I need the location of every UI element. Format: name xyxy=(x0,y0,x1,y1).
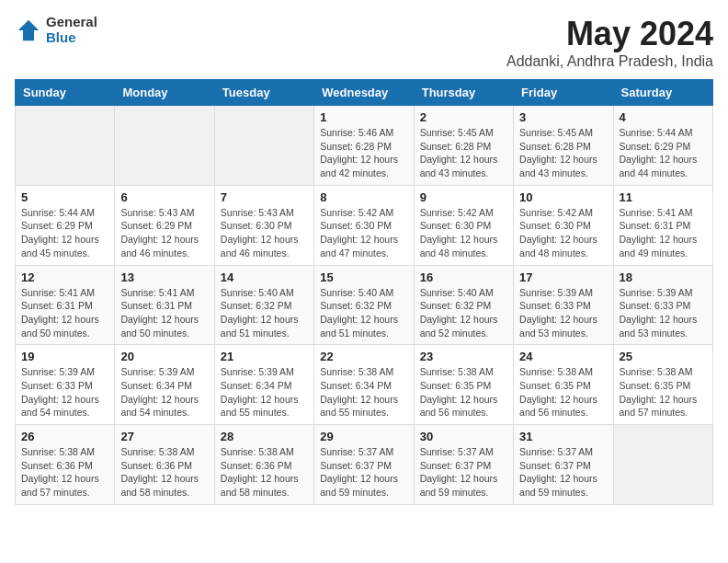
calendar-table: SundayMondayTuesdayWednesdayThursdayFrid… xyxy=(15,79,713,505)
day-number: 6 xyxy=(120,190,208,204)
calendar-cell: 6Sunrise: 5:43 AMSunset: 6:29 PMDaylight… xyxy=(115,185,214,265)
logo-general-text: General xyxy=(46,15,97,30)
page-header: General Blue May 2024 Addanki, Andhra Pr… xyxy=(15,15,713,70)
logo-blue-text: Blue xyxy=(46,30,97,46)
calendar-cell: 23Sunrise: 5:38 AMSunset: 6:35 PMDayligh… xyxy=(414,345,513,425)
day-info: Sunrise: 5:42 AMSunset: 6:30 PMDaylight:… xyxy=(420,206,507,260)
day-info: Sunrise: 5:40 AMSunset: 6:32 PMDaylight:… xyxy=(420,286,507,340)
day-number: 9 xyxy=(420,190,507,204)
weekday-header: Friday xyxy=(514,80,613,106)
calendar-cell xyxy=(115,106,214,186)
day-info: Sunrise: 5:40 AMSunset: 6:32 PMDaylight:… xyxy=(320,286,407,340)
calendar-cell: 15Sunrise: 5:40 AMSunset: 6:32 PMDayligh… xyxy=(314,265,414,345)
day-number: 4 xyxy=(620,110,707,124)
calendar-cell: 5Sunrise: 5:44 AMSunset: 6:29 PMDaylight… xyxy=(16,185,115,265)
calendar-cell: 26Sunrise: 5:38 AMSunset: 6:36 PMDayligh… xyxy=(16,425,115,505)
calendar-cell: 31Sunrise: 5:37 AMSunset: 6:37 PMDayligh… xyxy=(514,425,613,505)
day-info: Sunrise: 5:37 AMSunset: 6:37 PMDaylight:… xyxy=(420,445,507,500)
day-number: 17 xyxy=(519,270,607,284)
day-info: Sunrise: 5:39 AMSunset: 6:33 PMDaylight:… xyxy=(519,286,607,340)
calendar-cell xyxy=(214,106,313,186)
day-number: 11 xyxy=(620,190,707,204)
svg-marker-0 xyxy=(18,19,40,40)
calendar-cell: 12Sunrise: 5:41 AMSunset: 6:31 PMDayligh… xyxy=(16,265,115,345)
day-number: 15 xyxy=(320,270,407,284)
weekday-header: Sunday xyxy=(16,80,115,106)
day-number: 5 xyxy=(21,190,108,204)
day-number: 13 xyxy=(120,270,208,284)
day-info: Sunrise: 5:39 AMSunset: 6:34 PMDaylight:… xyxy=(120,365,208,419)
day-info: Sunrise: 5:38 AMSunset: 6:36 PMDaylight:… xyxy=(221,445,308,500)
calendar-week-row: 1Sunrise: 5:46 AMSunset: 6:28 PMDaylight… xyxy=(16,106,713,186)
day-info: Sunrise: 5:39 AMSunset: 6:33 PMDaylight:… xyxy=(620,286,707,340)
calendar-cell: 11Sunrise: 5:41 AMSunset: 6:31 PMDayligh… xyxy=(613,185,712,265)
calendar-cell: 10Sunrise: 5:42 AMSunset: 6:30 PMDayligh… xyxy=(514,185,613,265)
calendar-cell: 22Sunrise: 5:38 AMSunset: 6:34 PMDayligh… xyxy=(314,345,414,425)
logo-icon xyxy=(15,17,42,44)
weekday-header: Monday xyxy=(115,80,214,106)
calendar-week-row: 12Sunrise: 5:41 AMSunset: 6:31 PMDayligh… xyxy=(16,265,713,345)
day-info: Sunrise: 5:43 AMSunset: 6:30 PMDaylight:… xyxy=(221,206,308,260)
day-number: 27 xyxy=(120,430,208,443)
calendar-cell: 4Sunrise: 5:44 AMSunset: 6:29 PMDaylight… xyxy=(613,106,712,186)
title-area: May 2024 Addanki, Andhra Pradesh, India xyxy=(506,15,713,70)
day-info: Sunrise: 5:41 AMSunset: 6:31 PMDaylight:… xyxy=(620,206,707,260)
day-info: Sunrise: 5:39 AMSunset: 6:33 PMDaylight:… xyxy=(21,365,108,419)
day-info: Sunrise: 5:41 AMSunset: 6:31 PMDaylight:… xyxy=(120,286,208,340)
weekday-header: Tuesday xyxy=(214,80,313,106)
day-info: Sunrise: 5:43 AMSunset: 6:29 PMDaylight:… xyxy=(120,206,208,260)
day-info: Sunrise: 5:38 AMSunset: 6:36 PMDaylight:… xyxy=(21,445,108,500)
day-info: Sunrise: 5:38 AMSunset: 6:35 PMDaylight:… xyxy=(620,365,707,419)
day-number: 20 xyxy=(120,350,208,363)
day-number: 29 xyxy=(320,430,407,443)
day-number: 23 xyxy=(420,350,507,363)
day-info: Sunrise: 5:37 AMSunset: 6:37 PMDaylight:… xyxy=(320,445,407,500)
day-number: 14 xyxy=(221,270,308,284)
calendar-cell: 9Sunrise: 5:42 AMSunset: 6:30 PMDaylight… xyxy=(414,185,513,265)
calendar-week-row: 19Sunrise: 5:39 AMSunset: 6:33 PMDayligh… xyxy=(16,345,713,425)
calendar-cell: 24Sunrise: 5:38 AMSunset: 6:35 PMDayligh… xyxy=(514,345,613,425)
calendar-cell: 2Sunrise: 5:45 AMSunset: 6:28 PMDaylight… xyxy=(414,106,513,186)
calendar-cell: 7Sunrise: 5:43 AMSunset: 6:30 PMDaylight… xyxy=(214,185,313,265)
calendar-cell: 29Sunrise: 5:37 AMSunset: 6:37 PMDayligh… xyxy=(314,425,414,505)
calendar-cell: 30Sunrise: 5:37 AMSunset: 6:37 PMDayligh… xyxy=(414,425,513,505)
day-info: Sunrise: 5:40 AMSunset: 6:32 PMDaylight:… xyxy=(221,286,308,340)
logo-text: General Blue xyxy=(46,15,97,45)
day-info: Sunrise: 5:44 AMSunset: 6:29 PMDaylight:… xyxy=(21,206,108,260)
day-number: 26 xyxy=(21,430,108,443)
day-number: 10 xyxy=(519,190,607,204)
day-info: Sunrise: 5:39 AMSunset: 6:34 PMDaylight:… xyxy=(221,365,308,419)
day-info: Sunrise: 5:37 AMSunset: 6:37 PMDaylight:… xyxy=(519,445,607,500)
day-number: 12 xyxy=(21,270,108,284)
weekday-header: Saturday xyxy=(613,80,712,106)
location-title: Addanki, Andhra Pradesh, India xyxy=(506,53,713,70)
calendar-cell: 19Sunrise: 5:39 AMSunset: 6:33 PMDayligh… xyxy=(16,345,115,425)
calendar-cell: 8Sunrise: 5:42 AMSunset: 6:30 PMDaylight… xyxy=(314,185,414,265)
calendar-cell: 1Sunrise: 5:46 AMSunset: 6:28 PMDaylight… xyxy=(314,106,414,186)
calendar-cell xyxy=(16,106,115,186)
day-info: Sunrise: 5:38 AMSunset: 6:34 PMDaylight:… xyxy=(320,365,407,419)
calendar-week-row: 26Sunrise: 5:38 AMSunset: 6:36 PMDayligh… xyxy=(16,425,713,505)
month-title: May 2024 xyxy=(506,15,713,53)
day-info: Sunrise: 5:41 AMSunset: 6:31 PMDaylight:… xyxy=(21,286,108,340)
weekday-header-row: SundayMondayTuesdayWednesdayThursdayFrid… xyxy=(16,80,713,106)
day-number: 16 xyxy=(420,270,507,284)
day-info: Sunrise: 5:45 AMSunset: 6:28 PMDaylight:… xyxy=(519,126,607,180)
day-info: Sunrise: 5:45 AMSunset: 6:28 PMDaylight:… xyxy=(420,126,507,180)
logo: General Blue xyxy=(15,15,97,45)
day-number: 19 xyxy=(21,350,108,363)
day-number: 31 xyxy=(519,430,607,443)
day-number: 7 xyxy=(221,190,308,204)
calendar-cell: 3Sunrise: 5:45 AMSunset: 6:28 PMDaylight… xyxy=(514,106,613,186)
calendar-cell: 27Sunrise: 5:38 AMSunset: 6:36 PMDayligh… xyxy=(115,425,214,505)
day-number: 2 xyxy=(420,110,507,124)
day-number: 22 xyxy=(320,350,407,363)
day-number: 3 xyxy=(519,110,607,124)
day-number: 18 xyxy=(620,270,707,284)
calendar-week-row: 5Sunrise: 5:44 AMSunset: 6:29 PMDaylight… xyxy=(16,185,713,265)
calendar-cell: 20Sunrise: 5:39 AMSunset: 6:34 PMDayligh… xyxy=(115,345,214,425)
day-info: Sunrise: 5:38 AMSunset: 6:36 PMDaylight:… xyxy=(120,445,208,500)
day-number: 28 xyxy=(221,430,308,443)
day-number: 1 xyxy=(320,110,407,124)
calendar-cell: 21Sunrise: 5:39 AMSunset: 6:34 PMDayligh… xyxy=(214,345,313,425)
